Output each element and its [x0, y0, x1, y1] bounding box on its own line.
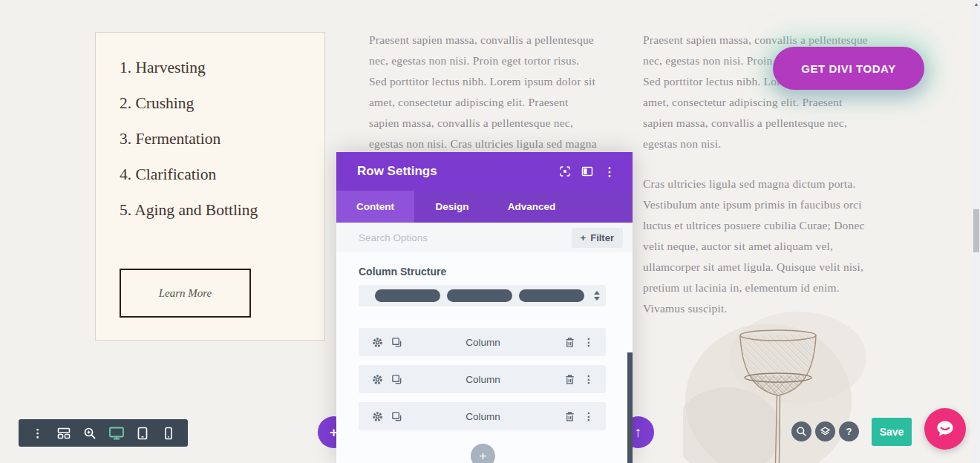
search-options-input[interactable] — [359, 232, 572, 243]
column-structure-selector[interactable] — [359, 285, 606, 306]
tab-design[interactable]: Design — [414, 191, 490, 223]
list-item: 3. Fermentation — [120, 128, 258, 149]
wireframe-view-icon[interactable] — [53, 427, 74, 440]
layers-icon — [820, 426, 831, 437]
tab-advanced[interactable]: Advanced — [490, 191, 573, 223]
column-menu-icon[interactable]: ⋮ — [579, 410, 598, 422]
duplicate-column-icon[interactable] — [387, 337, 406, 348]
modal-header[interactable]: Row Settings ⋮ — [336, 152, 633, 191]
tab-content[interactable]: Content — [336, 191, 414, 223]
column-settings-gear-icon[interactable] — [368, 374, 387, 385]
column-row[interactable]: Column ⋮ — [359, 365, 606, 393]
duplicate-column-icon[interactable] — [387, 411, 406, 422]
question-mark-icon: ? — [846, 426, 852, 437]
scrollbar-thumb[interactable] — [973, 209, 979, 252]
help-button[interactable]: ? — [839, 421, 859, 441]
list-item: 1. Harvesting — [120, 57, 258, 78]
scrollbar-up-arrow-icon[interactable]: ▲ — [973, 1, 980, 7]
expand-modal-icon[interactable] — [554, 160, 576, 183]
modal-tabs: Content Design Advanced — [336, 191, 633, 223]
duplicate-column-icon[interactable] — [387, 374, 406, 385]
delete-column-trash-icon[interactable] — [560, 374, 579, 385]
zoom-view-icon[interactable] — [79, 427, 100, 440]
process-list: 1. Harvesting 2. Crushing 3. Fermentatio… — [120, 57, 258, 220]
column-menu-icon[interactable]: ⋮ — [579, 336, 598, 348]
list-item: 2. Crushing — [120, 93, 258, 114]
column-structure-bar — [447, 289, 512, 302]
browser-scrollbar[interactable]: ▲ — [973, 0, 980, 463]
column-row-label: Column — [406, 411, 560, 422]
process-steps-card: 1. Harvesting 2. Crushing 3. Fermentatio… — [95, 32, 325, 341]
text-column-middle: Praesent sapien massa, convallis a pelle… — [369, 30, 599, 154]
plus-icon: + — [581, 232, 587, 243]
modal-menu-icon[interactable]: ⋮ — [598, 160, 621, 183]
chat-launcher-button[interactable] — [924, 408, 966, 450]
tablet-view-icon[interactable] — [132, 427, 153, 440]
builder-menu-icon[interactable]: ⋮ — [27, 427, 48, 440]
column-settings-gear-icon[interactable] — [368, 337, 387, 348]
builder-toolbar: ⋮ — [19, 419, 188, 447]
structure-stepper-icon[interactable] — [594, 291, 600, 301]
filter-button-label: Filter — [590, 232, 614, 243]
learn-more-button[interactable]: Learn More — [120, 269, 251, 318]
column-row-label: Column — [406, 337, 560, 348]
get-divi-today-button[interactable]: GET DIVI TODAY — [773, 47, 924, 90]
chat-bubble-icon — [934, 418, 956, 440]
delete-column-trash-icon[interactable] — [560, 411, 579, 422]
column-row[interactable]: Column ⋮ — [359, 328, 606, 356]
column-row-label: Column — [406, 374, 560, 385]
list-item: 5. Aging and Bottling — [120, 200, 258, 220]
modal-body: Column Structure — [336, 252, 633, 463]
magnifier-icon — [796, 426, 807, 437]
column-structure-bar — [375, 289, 440, 302]
column-menu-icon[interactable]: ⋮ — [579, 373, 598, 385]
divi-builder-screen: 1. Harvesting 2. Crushing 3. Fermentatio… — [0, 0, 980, 463]
plus-icon: + — [480, 449, 487, 463]
zoom-tool-button[interactable] — [791, 421, 811, 441]
modal-scrollbar[interactable] — [627, 352, 633, 463]
delete-column-trash-icon[interactable] — [560, 337, 579, 348]
add-column-button[interactable]: + — [471, 444, 495, 463]
save-button[interactable]: Save — [872, 418, 912, 446]
phone-view-icon[interactable] — [158, 427, 179, 440]
row-settings-modal: Row Settings ⋮ Content Design Advanced — [336, 152, 633, 463]
up-arrow-icon: ↑ — [635, 424, 642, 441]
snap-modal-icon[interactable] — [576, 160, 598, 183]
filter-button[interactable]: + Filter — [572, 228, 623, 248]
column-settings-gear-icon[interactable] — [368, 411, 387, 422]
layers-button[interactable] — [815, 421, 835, 441]
paragraph: Cras ultricies ligula sed magna dictum p… — [643, 174, 870, 319]
paragraph: Praesent sapien massa, convallis a pelle… — [369, 30, 599, 154]
desktop-view-icon[interactable] — [106, 427, 127, 440]
list-item: 4. Clarification — [120, 164, 258, 185]
column-structure-label: Column Structure — [359, 266, 446, 278]
search-options-row: + Filter — [336, 223, 633, 252]
column-structure-bar — [519, 289, 584, 302]
column-row[interactable]: Column ⋮ — [359, 402, 606, 430]
modal-title: Row Settings — [357, 164, 554, 179]
